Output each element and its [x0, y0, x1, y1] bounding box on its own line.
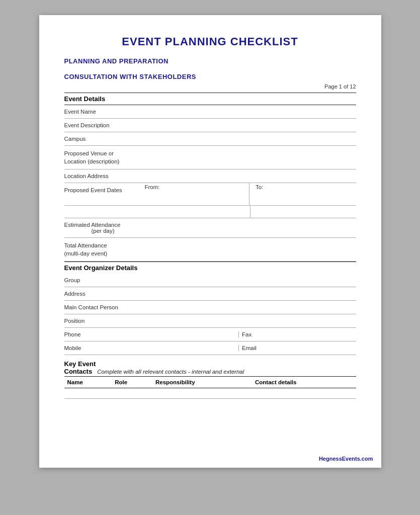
total-attendance-row: Total Attendance(multi-day event) — [64, 238, 356, 262]
fax-value[interactable] — [264, 331, 353, 337]
position-label: Position — [64, 314, 145, 328]
phone-value-cell: Fax — [145, 328, 356, 341]
main-contact-row: Main Contact Person — [64, 301, 356, 314]
dates-to-section: To: — [249, 183, 356, 205]
position-row: Position — [64, 314, 356, 328]
to-value[interactable] — [256, 190, 356, 205]
total-attendance-label: Total Attendance(multi-day event) — [64, 238, 145, 262]
section-title-1: PLANNING AND PREPARATION — [64, 57, 356, 65]
campus-value[interactable] — [145, 132, 356, 146]
key-event-title: Key Event — [64, 360, 96, 368]
location-address-row: Location Address — [64, 169, 356, 183]
page-container: EVENT PLANNING CHECKLIST PLANNING AND PR… — [39, 15, 381, 468]
event-description-row: Event Description — [64, 119, 356, 132]
contacts-name-1[interactable] — [64, 388, 112, 399]
location-address-value[interactable] — [145, 169, 356, 183]
phone-value[interactable] — [148, 331, 239, 337]
address-row: Address — [64, 287, 356, 301]
contacts-col-responsibility: Responsibility — [152, 377, 252, 388]
organizer-details-table: Group Address Main Contact Person Positi… — [64, 274, 356, 355]
estimated-attendance-value[interactable] — [145, 218, 356, 238]
contacts-title: Contacts — [64, 368, 93, 375]
dates-extra-from[interactable] — [145, 206, 251, 218]
campus-row: Campus — [64, 132, 356, 146]
venue-label: Proposed Venue orLocation (description) — [64, 146, 145, 169]
section-title-2: CONSULTATION WITH STAKEHOLDERS — [64, 73, 356, 80]
dates-from-section: From: — [145, 183, 250, 205]
address-label: Address — [64, 287, 145, 301]
venue-row: Proposed Venue orLocation (description) — [64, 146, 356, 169]
proposed-dates-row: Proposed Event Dates From: To: — [64, 183, 356, 206]
organizer-details-header: Event Organizer Details — [64, 262, 356, 274]
from-label: From: — [145, 184, 160, 190]
main-contact-label: Main Contact Person — [64, 301, 145, 314]
location-address-label: Location Address — [64, 169, 145, 183]
address-value[interactable] — [145, 287, 356, 301]
total-attendance-value[interactable] — [145, 238, 356, 262]
contacts-details-1[interactable] — [252, 388, 356, 399]
proposed-dates-value: From: To: — [145, 183, 356, 206]
dates-extra-value — [145, 206, 356, 218]
email-value[interactable] — [264, 345, 353, 351]
proposed-dates-label: Proposed Event Dates — [64, 183, 145, 206]
contacts-header-row: Name Role Responsibility Contact details — [64, 377, 356, 388]
mobile-value-cell: Email — [145, 341, 356, 355]
group-row: Group — [64, 274, 356, 287]
to-label: To: — [256, 184, 263, 190]
contacts-responsibility-1[interactable] — [152, 388, 252, 399]
estimated-attendance-label: Estimated Attendance(per day) — [64, 218, 145, 238]
dates-extra-to[interactable] — [250, 206, 356, 218]
mobile-row: Mobile Email — [64, 341, 356, 355]
position-value[interactable] — [145, 314, 356, 328]
dates-extra-row — [64, 206, 356, 218]
group-label: Group — [64, 274, 145, 287]
event-description-label: Event Description — [64, 119, 145, 132]
key-event-section: Key Event Contacts Complete with all rel… — [64, 360, 356, 399]
event-name-row: Event Name — [64, 105, 356, 119]
mobile-value[interactable] — [148, 345, 239, 351]
from-value[interactable] — [145, 190, 245, 205]
event-details-header: Event Details — [64, 93, 356, 105]
page-title: EVENT PLANNING CHECKLIST — [64, 35, 356, 48]
event-name-label: Event Name — [64, 105, 145, 119]
venue-value[interactable] — [145, 146, 356, 169]
phone-row: Phone Fax — [64, 328, 356, 341]
event-description-value[interactable] — [145, 119, 356, 132]
watermark: HegnessEvents.com — [319, 456, 373, 462]
contacts-col-role: Role — [112, 377, 152, 388]
dates-extra-label — [64, 206, 145, 218]
main-contact-value[interactable] — [145, 301, 356, 314]
contacts-note: Complete with all relevant contacts - in… — [97, 369, 244, 375]
mobile-label: Mobile — [64, 341, 145, 355]
phone-label: Phone — [64, 328, 145, 341]
contacts-col-details: Contact details — [252, 377, 356, 388]
page-number: Page 1 of 12 — [64, 83, 356, 90]
contacts-row-1 — [64, 388, 356, 399]
event-name-value[interactable] — [145, 105, 356, 119]
fax-label: Fax — [239, 331, 264, 337]
contacts-role-1[interactable] — [112, 388, 152, 399]
group-value[interactable] — [145, 274, 356, 287]
contacts-col-name: Name — [64, 377, 112, 388]
contacts-table: Name Role Responsibility Contact details — [64, 376, 356, 399]
campus-label: Campus — [64, 132, 145, 146]
email-label: Email — [239, 345, 264, 351]
estimated-attendance-row: Estimated Attendance(per day) — [64, 218, 356, 238]
event-details-table: Event Name Event Description Campus Prop… — [64, 105, 356, 262]
